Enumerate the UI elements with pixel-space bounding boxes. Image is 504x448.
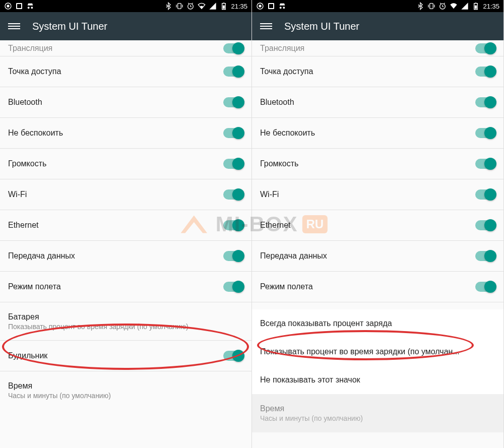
item-label: Батарея xyxy=(8,312,39,322)
settings-list[interactable]: Трансляция Точка доступа Bluetooth Не бе… xyxy=(0,40,251,448)
toggle-airplane[interactable] xyxy=(223,282,243,292)
svg-rect-8 xyxy=(223,3,225,3)
item-label: Точка доступа xyxy=(8,67,61,76)
item-label: Bluetooth xyxy=(8,98,42,107)
item-label: Wi-Fi xyxy=(260,190,279,199)
item-label: Трансляция xyxy=(8,44,52,53)
list-item-hotspot[interactable]: Точка доступа xyxy=(252,56,503,87)
item-sublabel: Показывать процент во время зарядки (по … xyxy=(8,323,188,331)
svg-point-12 xyxy=(259,5,261,7)
svg-rect-14 xyxy=(269,4,273,8)
toggle-data[interactable] xyxy=(223,251,243,261)
list-item-volume[interactable]: Громкость xyxy=(0,149,251,179)
svg-rect-19 xyxy=(475,6,477,9)
status-wifi-icon xyxy=(198,2,206,10)
list-item-battery[interactable]: Батарея Показывать процент во время заря… xyxy=(0,302,251,341)
toggle-airplane[interactable] xyxy=(475,282,495,292)
item-label: Будильник xyxy=(8,351,47,360)
toggle-bluetooth[interactable] xyxy=(223,97,243,107)
status-battery-icon xyxy=(472,2,480,10)
toggle-data[interactable] xyxy=(475,251,495,261)
app-bar: System UI Tuner xyxy=(0,12,251,40)
list-item-dnd[interactable]: Не беспокоить xyxy=(252,118,503,149)
status-bar: 21:35 xyxy=(252,0,503,12)
toggle-volume[interactable] xyxy=(475,159,495,169)
item-label: Режим полета xyxy=(260,282,313,291)
toggle-wifi[interactable] xyxy=(223,189,243,200)
toggle-translation[interactable] xyxy=(223,43,243,53)
item-sublabel: Часы и минуты (по умолчанию) xyxy=(260,414,363,422)
item-label: Не беспокоить xyxy=(260,129,315,138)
list-item-translation[interactable]: Трансляция xyxy=(0,40,251,56)
list-item-volume[interactable]: Громкость xyxy=(252,149,503,179)
list-item-ethernet[interactable]: Ethernet xyxy=(0,210,251,241)
item-label: Громкость xyxy=(8,159,46,168)
screen-left: 21:35 System UI Tuner Трансляция Точка д… xyxy=(0,0,252,448)
list-item-hotspot[interactable]: Точка доступа xyxy=(0,56,251,87)
list-item-airplane[interactable]: Режим полета xyxy=(0,272,251,302)
list-item-bluetooth[interactable]: Bluetooth xyxy=(0,87,251,118)
toggle-wifi[interactable] xyxy=(475,189,495,200)
list-item-airplane[interactable]: Режим полета xyxy=(252,272,503,302)
list-item-data[interactable]: Передача данных xyxy=(0,241,251,272)
status-wifi-icon xyxy=(450,2,458,10)
menu-button[interactable] xyxy=(260,20,272,32)
item-label: Режим полета xyxy=(8,282,61,291)
item-label: Трансляция xyxy=(260,44,304,53)
option-show-charging[interactable]: Показывать процент во время зарядки (по … xyxy=(252,338,503,366)
status-time: 21:35 xyxy=(483,3,499,10)
status-bluetooth-icon xyxy=(164,2,172,10)
menu-button[interactable] xyxy=(8,20,20,32)
toggle-translation[interactable] xyxy=(475,43,495,53)
option-hide[interactable]: Не показывать этот значок xyxy=(252,366,503,394)
option-label: Не показывать этот значок xyxy=(260,375,360,385)
svg-rect-18 xyxy=(475,3,477,3)
list-item-time-dimmed: Время Часы и минуты (по умолчанию) xyxy=(252,394,503,432)
app-title: System UI Tuner xyxy=(32,21,107,32)
toggle-ethernet[interactable] xyxy=(223,220,243,230)
item-sublabel: Часы и минуты (по умолчанию) xyxy=(8,392,111,400)
toggle-bluetooth[interactable] xyxy=(475,97,495,107)
item-label: Громкость xyxy=(260,159,298,168)
list-item-wifi[interactable]: Wi-Fi xyxy=(0,179,251,210)
status-app1-icon xyxy=(256,2,264,10)
status-incognito-icon xyxy=(278,2,286,10)
toggle-hotspot[interactable] xyxy=(223,67,243,77)
settings-list[interactable]: Трансляция Точка доступа Bluetooth Не бе… xyxy=(252,40,503,448)
status-incognito-icon xyxy=(26,2,34,10)
status-app1-icon xyxy=(4,2,12,10)
status-bar: 21:35 xyxy=(0,0,251,12)
svg-rect-4 xyxy=(17,4,21,8)
item-label: Wi-Fi xyxy=(8,190,27,199)
list-item-alarm[interactable]: Будильник xyxy=(0,341,251,371)
status-vibrate-icon xyxy=(427,2,435,10)
list-item-time[interactable]: Время Часы и минуты (по умолчанию) xyxy=(0,371,251,410)
svg-rect-9 xyxy=(223,6,225,9)
item-label: Точка доступа xyxy=(260,67,313,76)
toggle-volume[interactable] xyxy=(223,159,243,169)
list-item-wifi[interactable]: Wi-Fi xyxy=(252,179,503,210)
list-item-bluetooth[interactable]: Bluetooth xyxy=(252,87,503,118)
toggle-alarm[interactable] xyxy=(223,351,243,361)
item-label: Время xyxy=(8,381,32,391)
list-item-data[interactable]: Передача данных xyxy=(252,241,503,272)
status-app2-icon xyxy=(267,2,275,10)
app-bar: System UI Tuner xyxy=(252,12,503,40)
item-label: Передача данных xyxy=(260,251,327,261)
status-signal-icon xyxy=(461,2,469,10)
list-item-translation[interactable]: Трансляция xyxy=(252,40,503,56)
status-signal-icon xyxy=(209,2,217,10)
status-battery-icon xyxy=(220,2,228,10)
toggle-dnd[interactable] xyxy=(223,128,243,138)
list-item-dnd[interactable]: Не беспокоить xyxy=(0,118,251,149)
toggle-ethernet[interactable] xyxy=(475,220,495,230)
option-label: Всегда показывать процент заряда xyxy=(260,319,392,328)
list-item-ethernet[interactable]: Ethernet xyxy=(252,210,503,241)
app-title: System UI Tuner xyxy=(284,21,359,32)
option-always-show[interactable]: Всегда показывать процент заряда xyxy=(252,309,503,338)
status-alarm-icon xyxy=(186,2,195,10)
toggle-hotspot[interactable] xyxy=(475,67,495,77)
item-label: Передача данных xyxy=(8,251,75,261)
status-app2-icon xyxy=(15,2,23,10)
toggle-dnd[interactable] xyxy=(475,128,495,138)
